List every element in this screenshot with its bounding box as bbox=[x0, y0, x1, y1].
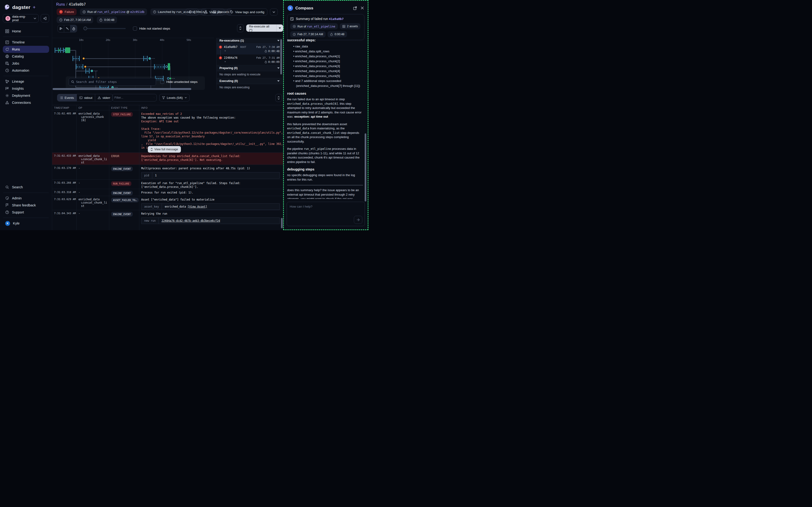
gantt-box[interactable] bbox=[86, 68, 90, 73]
gantt-box[interactable] bbox=[76, 64, 83, 69]
event-op-sub[interactable]: ↳process_chunk[6] bbox=[78, 115, 107, 122]
sidebar-item-connections[interactable]: Connections bbox=[3, 99, 49, 106]
sidebar-item-timeline[interactable]: Timeline bbox=[3, 39, 49, 46]
tab-stdout[interactable]: stdout bbox=[77, 94, 95, 101]
tab-events[interactable]: Events bbox=[57, 94, 77, 101]
chat-input[interactable] bbox=[290, 205, 362, 218]
gantt-greenbar[interactable] bbox=[168, 63, 170, 70]
breadcrumb-runs-link[interactable]: Runs bbox=[56, 2, 65, 6]
sidebar-item-deployment[interactable]: Deployment bbox=[3, 92, 49, 99]
sidebar-item-search[interactable]: Search bbox=[3, 184, 49, 191]
view-job-button[interactable]: View job bbox=[201, 8, 224, 15]
timed-view-button[interactable] bbox=[70, 25, 77, 32]
table-row[interactable]: 7:31:04.343 AM - ENGINE_EVENT Retrying t… bbox=[52, 210, 283, 230]
close-icon[interactable] bbox=[361, 6, 364, 10]
gantt-hl bbox=[85, 58, 143, 59]
clock-icon bbox=[293, 33, 296, 36]
run-of-chip[interactable]: Run of run_etl_pipeline @ e2c051db bbox=[80, 8, 147, 15]
scrollbar-thumb[interactable] bbox=[53, 88, 191, 90]
log-sort-button[interactable] bbox=[275, 94, 282, 102]
gantt-sort-button[interactable] bbox=[237, 24, 243, 32]
send-button[interactable] bbox=[354, 216, 362, 224]
step-search-box[interactable] bbox=[69, 78, 156, 86]
new-run-link[interactable]: 22484a76-dcd2-487b-aeb3-db3bece6cf2d bbox=[161, 219, 220, 222]
hide-not-started-checkbox[interactable] bbox=[133, 26, 137, 31]
step-search-input[interactable] bbox=[76, 80, 153, 83]
hide-not-started-control[interactable]: Hide not started steps bbox=[133, 26, 170, 31]
question-circle-icon bbox=[5, 210, 9, 214]
sidebar-item-admin[interactable]: Admin bbox=[3, 195, 49, 202]
sidebar-item-catalog[interactable]: Catalog bbox=[3, 53, 49, 60]
sidebar-item-home[interactable]: Home bbox=[3, 28, 49, 35]
re-execute-dropdown[interactable] bbox=[277, 27, 283, 29]
sidebar-item-support[interactable]: Support bbox=[3, 209, 49, 216]
event-op[interactable]: enriched_data bbox=[78, 198, 100, 201]
event-op-sub[interactable]: ↳concat_chunk_list bbox=[78, 158, 107, 164]
deployment-select[interactable]: D data-eng-prod bbox=[3, 14, 39, 22]
tab-label: Events bbox=[65, 96, 74, 100]
reexec-run-row[interactable]: ! 22484a76 Feb 27, 7:31 AM * 0:00:09 bbox=[217, 54, 282, 65]
hide-unselected-checkbox[interactable] bbox=[160, 80, 164, 84]
gantt-box[interactable] bbox=[72, 56, 79, 61]
alerts-button[interactable]: 0 bbox=[185, 8, 199, 15]
levels-filter-button[interactable]: Levels (5/6) bbox=[159, 94, 190, 102]
tab-stderr[interactable]: stderr bbox=[95, 94, 113, 101]
steps-note: * bbox=[224, 61, 226, 64]
gantt-box[interactable] bbox=[143, 56, 148, 61]
log-filter-box[interactable] bbox=[112, 94, 157, 102]
preparing-header[interactable]: Preparing (0) bbox=[217, 65, 282, 71]
run-id-link[interactable]: 41a9a0b7 bbox=[224, 45, 237, 49]
sidebar-item-runs[interactable]: Runs bbox=[3, 46, 49, 53]
bell-icon bbox=[189, 10, 192, 14]
view-tags-config-button[interactable]: View tags and config bbox=[227, 8, 267, 15]
open-external-icon[interactable] bbox=[353, 6, 357, 10]
main-content: Runs/41a9a0b7 ! Failure Run of run_etl_p… bbox=[52, 0, 283, 230]
gantt-green[interactable] bbox=[65, 47, 70, 53]
avatar: K bbox=[5, 221, 10, 226]
table-row[interactable]: 7:31:03.318 AM - ENGINE_EVENT Process fo… bbox=[52, 189, 283, 196]
sidebar-item-jobs[interactable]: Jobs bbox=[3, 60, 49, 67]
gantt-box[interactable] bbox=[154, 64, 165, 69]
executing-header[interactable]: Executing (0) bbox=[217, 78, 282, 84]
re-execute-all-button[interactable]: Re-execute all (*) bbox=[246, 24, 283, 32]
chat-input-box[interactable] bbox=[287, 202, 365, 226]
event-timestamp: 7:31:03.266 AM bbox=[52, 180, 76, 189]
sidebar-collapse-button[interactable] bbox=[41, 14, 49, 22]
table-row[interactable]: 7:31:03.266 AM - RUN_FAILURE Execution o… bbox=[52, 180, 283, 189]
debugging-paragraph: no specific debugging steps were found i… bbox=[287, 173, 363, 182]
run-summary-card[interactable]: Summary of failed run 41a9a0b7 Run of ru… bbox=[287, 14, 365, 40]
start-time-chip: Feb 27, 7:30:14 AM bbox=[57, 16, 93, 23]
event-op[interactable]: enriched_data bbox=[78, 154, 100, 158]
tab-label: stderr bbox=[102, 96, 110, 100]
view-tags-label: View tags and config bbox=[235, 10, 264, 14]
gantt-horizontal-scrollbar[interactable] bbox=[53, 88, 213, 90]
sidebar-item-lineage[interactable]: Lineage bbox=[3, 78, 49, 85]
event-op[interactable]: enriched_data bbox=[78, 112, 100, 115]
compass-scrollbar[interactable] bbox=[365, 133, 366, 202]
clear-filter-icon[interactable] bbox=[154, 96, 154, 99]
reexec-run-row[interactable]: ! 41a9a0b7 ROOT Feb 27, 7:30 AM * 0:00:4… bbox=[217, 44, 282, 54]
sidebar-item-automation[interactable]: Automation bbox=[3, 67, 49, 74]
sidebar-item-insights[interactable]: Insights bbox=[3, 85, 49, 92]
reexec-scrollbar[interactable] bbox=[280, 39, 282, 74]
flat-view-button[interactable] bbox=[58, 25, 64, 32]
zoom-slider[interactable] bbox=[84, 28, 126, 29]
view-asset-link[interactable]: [View Asset] bbox=[187, 205, 207, 208]
run-time-row: Feb 27, 7:30:14 AM 0:00:48 bbox=[57, 16, 117, 23]
view-full-message-button[interactable]: View full message bbox=[148, 146, 181, 153]
events-scrollbar[interactable] bbox=[281, 218, 283, 228]
table-row[interactable]: 7:31:02.433 AM enriched_data↳concat_chun… bbox=[52, 153, 283, 165]
log-filter-input[interactable] bbox=[114, 96, 152, 99]
duration-chip: 0:00:48 bbox=[328, 31, 347, 37]
sidebar-item-share-feedback[interactable]: Share feedback bbox=[3, 202, 49, 209]
run-id-link[interactable]: 22484a76 bbox=[224, 56, 237, 59]
user-menu[interactable]: K Kyle bbox=[3, 220, 49, 227]
more-actions-button[interactable] bbox=[270, 8, 278, 15]
zoom-slider-handle[interactable] bbox=[84, 26, 87, 30]
hide-unselected-control[interactable]: Hide unselected steps bbox=[160, 80, 198, 84]
event-op-sub[interactable]: ↳concat_chunk_list bbox=[78, 201, 107, 208]
table-row[interactable]: 7:31:03.170 AM - ENGINE_EVENT Multiproce… bbox=[52, 165, 283, 180]
waterfall-view-button[interactable] bbox=[64, 25, 70, 32]
reexecutions-header[interactable]: Re-executions (1) bbox=[217, 38, 282, 44]
table-row[interactable]: 7:31:03.629 AM enriched_data↳concat_chun… bbox=[52, 196, 283, 210]
